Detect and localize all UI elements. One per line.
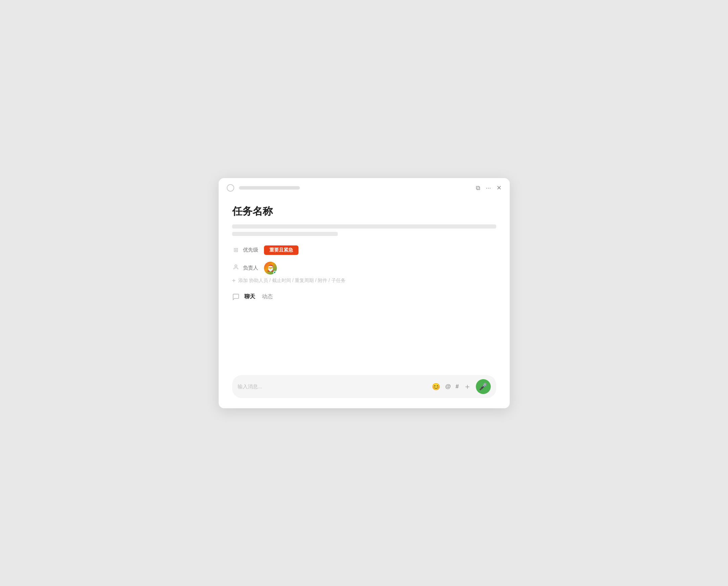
chat-toolbar: 😊 @ # ＋ 🎤 <box>432 379 490 394</box>
emoji-icon[interactable]: 😊 <box>432 383 440 391</box>
assignee-avatar[interactable]: 🎅 <box>264 262 277 275</box>
status-circle-icon[interactable] <box>227 184 234 192</box>
fields-section: ⊞ 优先级 重要且紧急 负责人 🎅 <box>232 245 496 275</box>
svg-point-0 <box>235 265 237 267</box>
mic-icon: 🎤 <box>479 383 487 391</box>
assignee-icon <box>232 264 240 272</box>
skeleton-line-2 <box>232 232 338 236</box>
priority-icon: ⊞ <box>232 246 240 254</box>
chat-section: 聊天 动态 😊 @ # ＋ 🎤 <box>232 293 496 398</box>
chat-bubble-icon <box>232 293 240 301</box>
priority-row: ⊞ 优先级 重要且紧急 <box>232 245 496 255</box>
close-icon[interactable]: ✕ <box>497 185 502 191</box>
duplicate-icon[interactable]: ⧉ <box>476 185 480 191</box>
avatar-online-dot <box>273 271 277 274</box>
main-content: 任务名称 ⊞ 优先级 重要且紧急 负责人 <box>219 196 510 408</box>
title-bar-right: ⧉ ··· ✕ <box>476 185 501 191</box>
priority-label: 优先级 <box>243 247 261 253</box>
task-detail-window: ⧉ ··· ✕ 任务名称 ⊞ 优先级 重要且紧急 <box>219 178 510 408</box>
add-fields-plus-icon: + <box>232 277 236 284</box>
chat-header: 聊天 动态 <box>232 293 496 301</box>
add-fields-text: 添加 协助人员 / 截止时间 / 重复周期 / 附件 / 子任务 <box>238 278 346 284</box>
add-fields-row[interactable]: + 添加 协助人员 / 截止时间 / 重复周期 / 附件 / 子任务 <box>232 277 496 284</box>
more-icon[interactable]: ··· <box>486 185 491 191</box>
chat-input-area: 😊 @ # ＋ 🎤 <box>232 375 496 398</box>
at-icon[interactable]: @ <box>445 383 451 390</box>
chat-tabs: 聊天 动态 <box>244 293 273 300</box>
title-bar-left <box>227 184 300 192</box>
assignee-row: 负责人 🎅 <box>232 262 496 275</box>
hash-icon[interactable]: # <box>456 383 459 390</box>
skeleton-line-1 <box>232 224 496 229</box>
tab-activity[interactable]: 动态 <box>262 293 273 300</box>
assignee-label: 负责人 <box>243 265 261 271</box>
title-bar-progress-bar <box>239 186 300 190</box>
title-bar: ⧉ ··· ✕ <box>219 178 510 196</box>
message-input[interactable] <box>238 384 427 389</box>
priority-badge[interactable]: 重要且紧急 <box>264 245 299 255</box>
tab-chat[interactable]: 聊天 <box>244 293 255 300</box>
task-title[interactable]: 任务名称 <box>232 204 496 218</box>
plus-icon[interactable]: ＋ <box>464 382 471 392</box>
mic-button[interactable]: 🎤 <box>476 379 491 394</box>
